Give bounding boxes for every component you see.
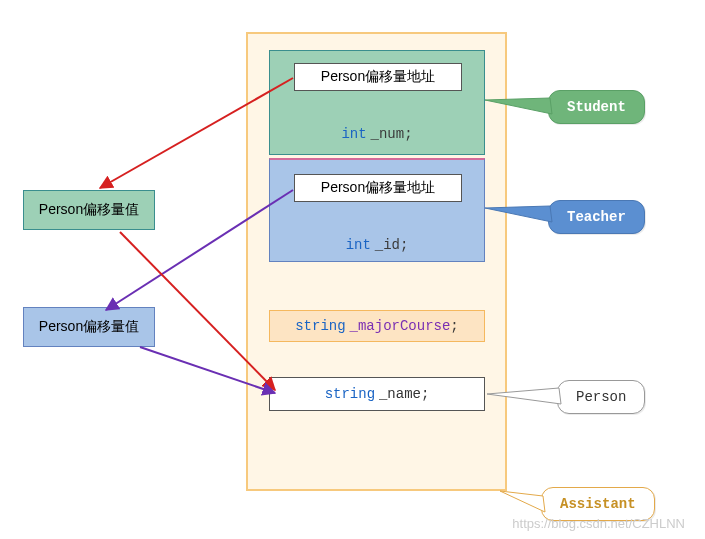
member-name-text: _name [379, 386, 421, 402]
assistant-callout-text: Assistant [560, 496, 636, 512]
teacher-callout: Teacher [548, 200, 645, 234]
member-num: _num [371, 126, 405, 142]
watermark: https://blog.csdn.net/CZHLNN [512, 516, 685, 531]
type-int: int [341, 126, 366, 142]
student-offset-box: Person偏移量地址 [294, 63, 462, 91]
type-string: string [325, 386, 375, 402]
student-offset-label: Person偏移量地址 [321, 68, 435, 84]
semicolon: ; [400, 237, 408, 253]
person-callout-text: Person [576, 389, 626, 405]
student-member-row: int _num; [270, 125, 484, 142]
student-block: Person偏移量地址 int _num; [269, 50, 485, 155]
type-int: int [346, 237, 371, 253]
person-callout: Person [557, 380, 645, 414]
assistant-callout-tail [500, 491, 545, 512]
student-callout-text: Student [567, 99, 626, 115]
major-course-box: string _majorCourse; [269, 310, 485, 342]
teacher-offset-label: Person偏移量地址 [321, 179, 435, 195]
name-box: string _name; [269, 377, 485, 411]
student-callout: Student [548, 90, 645, 124]
offset-value-label-1: Person偏移量值 [39, 201, 139, 217]
type-string: string [295, 318, 345, 334]
semicolon: ; [404, 126, 412, 142]
offset-value-box-1: Person偏移量值 [23, 190, 155, 230]
member-major: _majorCourse [350, 318, 451, 334]
offset-value-label-2: Person偏移量值 [39, 318, 139, 334]
offset-value-box-2: Person偏移量值 [23, 307, 155, 347]
teacher-offset-box: Person偏移量地址 [294, 174, 462, 202]
watermark-text: https://blog.csdn.net/CZHLNN [512, 516, 685, 531]
teacher-member-row: int _id; [270, 236, 484, 253]
teacher-block: Person偏移量地址 int _id; [269, 158, 485, 262]
semicolon: ; [421, 386, 429, 402]
semicolon: ; [450, 318, 458, 334]
teacher-callout-text: Teacher [567, 209, 626, 225]
member-id: _id [375, 237, 400, 253]
